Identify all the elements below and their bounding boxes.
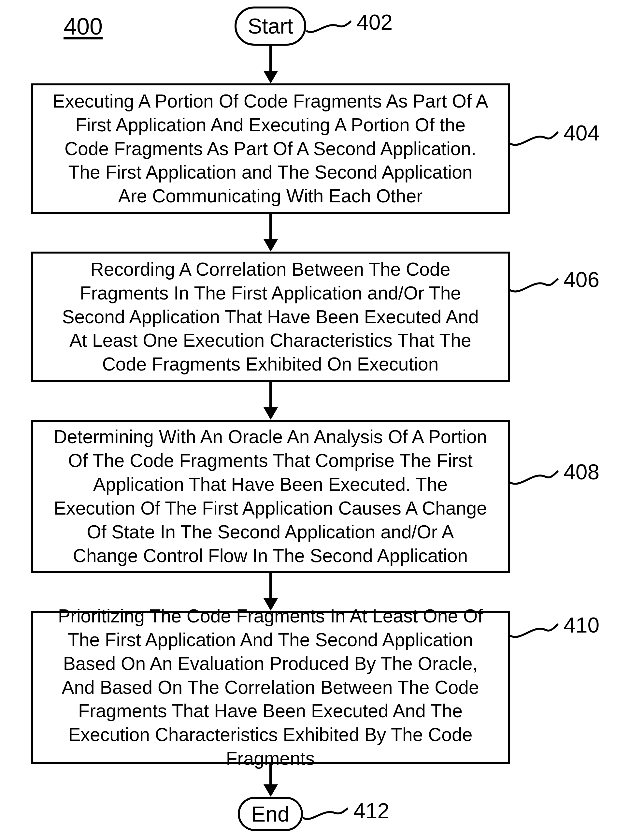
end-ref: 412 xyxy=(353,798,389,823)
arrow-head-icon xyxy=(264,785,278,797)
callout-squiggle xyxy=(303,805,348,825)
process-step-404: Executing A Portion Of Code Fragments As… xyxy=(31,83,510,214)
arrow xyxy=(269,382,272,408)
figure-number: 400 xyxy=(64,13,103,40)
process-text: Executing A Portion Of Code Fragments As… xyxy=(52,89,488,208)
callout-squiggle xyxy=(510,129,559,151)
callout-squiggle xyxy=(510,468,559,490)
end-label: End xyxy=(251,802,289,826)
step-ref-406: 406 xyxy=(563,267,599,292)
process-text: Recording A Correlation Between The Code… xyxy=(52,258,488,376)
arrow-head-icon xyxy=(264,239,278,252)
step-ref-410: 410 xyxy=(563,613,599,637)
callout-squiggle xyxy=(510,621,559,644)
end-terminator: End xyxy=(238,797,303,831)
arrow xyxy=(269,46,272,72)
process-step-408: Determining With An Oracle An Analysis O… xyxy=(31,420,510,573)
start-terminator: Start xyxy=(235,6,306,46)
arrow xyxy=(269,573,272,599)
start-ref: 402 xyxy=(357,10,393,35)
start-label: Start xyxy=(248,14,293,38)
process-step-410: Prioritizing The Code Fragments In At Le… xyxy=(31,611,510,764)
callout-squiggle xyxy=(306,18,352,37)
step-ref-404: 404 xyxy=(563,121,599,145)
step-ref-408: 408 xyxy=(563,460,599,484)
arrow-head-icon xyxy=(264,408,278,420)
arrow-head-icon xyxy=(264,71,278,83)
process-step-406: Recording A Correlation Between The Code… xyxy=(31,252,510,382)
process-text: Determining With An Oracle An Analysis O… xyxy=(52,425,488,568)
process-text: Prioritizing The Code Fragments In At Le… xyxy=(52,604,488,771)
arrow xyxy=(269,214,272,240)
arrow xyxy=(269,764,272,785)
callout-squiggle xyxy=(510,275,559,298)
